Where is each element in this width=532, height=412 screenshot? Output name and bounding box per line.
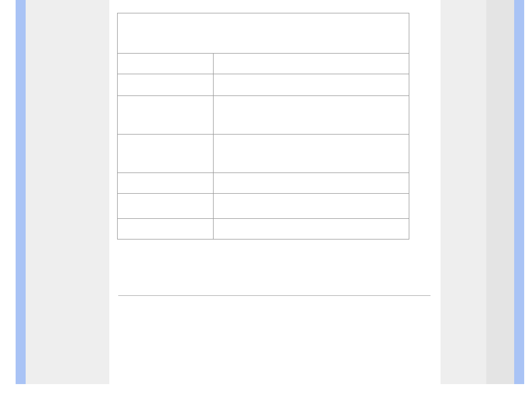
table-cell-right — [214, 173, 409, 194]
table-row — [118, 219, 409, 239]
table-header — [118, 13, 409, 54]
table-row — [118, 135, 409, 173]
accent-bar-left — [16, 0, 26, 384]
table-cell-left — [118, 96, 214, 135]
table-row — [118, 194, 409, 219]
table-row — [118, 54, 409, 74]
table-cell-right — [214, 74, 409, 96]
sidebar-left — [26, 0, 109, 384]
table-cell-left — [118, 173, 214, 194]
table-cell-right — [214, 96, 409, 135]
sidebar-right-accent — [486, 0, 514, 384]
accent-bar-right — [514, 0, 524, 384]
data-table — [117, 13, 409, 239]
table-cell-left — [118, 54, 214, 74]
table-row — [118, 74, 409, 96]
table-cell-right — [214, 135, 409, 173]
table-row — [118, 173, 409, 194]
table-cell-right — [214, 219, 409, 239]
table-cell-left — [118, 219, 214, 239]
section-separator — [118, 295, 431, 296]
table-cell-left — [118, 135, 214, 173]
main-content — [117, 0, 432, 300]
table-cell-right — [214, 194, 409, 219]
table-cell-right — [214, 54, 409, 74]
page-root — [0, 0, 532, 412]
table-cell-left — [118, 74, 214, 96]
table-row — [118, 96, 409, 135]
table-cell-left — [118, 194, 214, 219]
